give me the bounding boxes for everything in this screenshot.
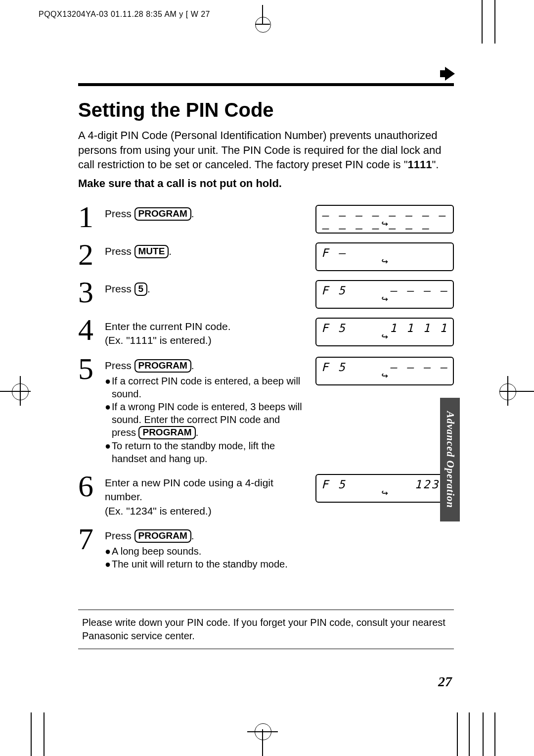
continue-arrow-icon: [445, 67, 455, 81]
step-text: Press: [105, 530, 134, 541]
program-key: PROGRAM: [134, 359, 191, 373]
step-body: Press PROGRAM. ●A long beep sounds. ●The…: [105, 527, 454, 570]
step-number: 5: [78, 357, 105, 381]
lcd-right: – – – –: [390, 284, 448, 297]
program-key: PROGRAM: [134, 207, 191, 221]
step-number: 1: [78, 205, 105, 230]
crop-mark-bottom: [247, 731, 278, 732]
crop-mark-top: [262, 5, 263, 25]
page-title: Setting the PIN Code: [78, 99, 454, 121]
step-body: Press PROGRAM.: [105, 205, 311, 221]
crop-bar: [31, 712, 32, 756]
lcd-cursor-icon: [381, 217, 388, 230]
intro-text-pre: A 4-digit PIN Code (Personal Identificat…: [78, 129, 442, 171]
bullet-icon: ●: [105, 375, 112, 400]
lcd-display: F 5 1234: [315, 474, 454, 503]
step-row: 3 Press 5. F 5 – – – –: [78, 280, 454, 309]
step-row: 5 Press PROGRAM. ●If a correct PIN code …: [78, 357, 454, 465]
lcd-cursor-icon: [381, 486, 388, 499]
step-row: 2 Press MUTE. F –: [78, 242, 454, 271]
bullet-icon: ●: [105, 545, 112, 558]
step-number: 7: [78, 527, 105, 552]
step-row: 1 Press PROGRAM. – – – – – – – – – – – –…: [78, 205, 454, 234]
lcd-cursor-icon: [381, 292, 388, 305]
step-text: (Ex. "1111" is entered.): [105, 333, 306, 347]
lcd-display: F 5 – – – –: [315, 357, 454, 385]
crop-mark-right: [507, 376, 508, 406]
steps-list: 1 Press PROGRAM. – – – – – – – – – – – –…: [78, 205, 454, 570]
crop-mark-left: [20, 376, 21, 406]
step-text: Enter a new PIN code using a 4-digit num…: [105, 476, 306, 504]
step-text: .: [147, 283, 150, 294]
lcd-display: F –: [315, 242, 454, 271]
bullet-text: If a correct PIN code is entered, a beep…: [112, 375, 306, 400]
bullet-icon: ●: [105, 400, 112, 439]
page-number: 27: [438, 674, 452, 690]
lcd-left: F 5: [321, 284, 347, 297]
step-row: 4 Enter the current PIN code. (Ex. "1111…: [78, 318, 454, 348]
note-box: Please write down your PIN code. If you …: [78, 610, 454, 649]
step-body: Press MUTE.: [105, 242, 311, 258]
step-text: Press: [105, 283, 134, 294]
crop-bar: [44, 712, 44, 756]
lcd-cursor-icon: [381, 369, 388, 381]
step-number: 4: [78, 318, 105, 342]
bullet-text: If a wrong PIN code is entered, 3 beeps …: [112, 400, 306, 439]
step-body: Enter the current PIN code. (Ex. "1111" …: [105, 318, 311, 348]
step-text: Press: [105, 245, 134, 257]
lcd-left: F 5: [321, 322, 347, 334]
step-text: .: [191, 530, 194, 541]
print-header: PQQX13204YA-03 01.11.28 8:35 AM y [ W 27: [39, 10, 210, 19]
lcd-left: F 5: [321, 478, 347, 491]
step-body: Press PROGRAM. ●If a correct PIN code is…: [105, 357, 311, 465]
intro-text-post: ".: [432, 158, 439, 171]
step-number: 3: [78, 280, 105, 305]
step-row: 7 Press PROGRAM. ●A long beep sounds. ●T…: [78, 527, 454, 570]
lcd-cursor-icon: [381, 255, 388, 267]
title-rule: [78, 83, 454, 86]
bullet-text: The unit will return to the standby mode…: [112, 558, 288, 570]
crop-bar: [483, 712, 495, 756]
crop-bar: [494, 0, 495, 44]
step-number: 6: [78, 474, 105, 499]
step-number: 2: [78, 242, 105, 267]
section-tab: Advanced Operation: [440, 398, 460, 521]
bullet-text: A long beep sounds.: [112, 545, 201, 558]
lcd-display: – – – – – – – – – – – – – – –: [315, 205, 454, 234]
step-body: Press 5.: [105, 280, 311, 296]
five-key: 5: [134, 283, 148, 296]
program-key: PROGRAM: [134, 529, 191, 543]
program-key: PROGRAM: [138, 426, 195, 439]
step-text: Press: [105, 208, 134, 219]
lcd-right: 1 1 1 1: [390, 322, 448, 334]
lcd-display: F 5 1 1 1 1: [315, 318, 454, 346]
bullet-icon: ●: [105, 558, 112, 570]
step-text: Enter the current PIN code.: [105, 320, 306, 333]
step-text: (Ex. "1234" is entered.): [105, 504, 306, 518]
step-text: .: [169, 245, 172, 257]
precondition-note: Make sure that a call is not put on hold…: [78, 177, 454, 190]
step-text: .: [191, 360, 194, 371]
bullet-icon: ●: [105, 439, 112, 465]
mute-key: MUTE: [134, 245, 169, 258]
step-row: 6 Enter a new PIN code using a 4-digit n…: [78, 474, 454, 518]
step-body: Enter a new PIN code using a 4-digit num…: [105, 474, 311, 518]
lcd-right: – – – –: [390, 361, 448, 374]
intro-pin-default: 1111: [408, 158, 432, 171]
lcd-display: F 5 – – – –: [315, 280, 454, 309]
intro-paragraph: A 4-digit PIN Code (Personal Identificat…: [78, 128, 454, 172]
lcd-left: F 5: [321, 361, 347, 374]
step-text: .: [191, 208, 194, 219]
crop-bar: [482, 0, 483, 44]
step-text: Press: [105, 360, 134, 371]
crop-bar: [457, 712, 470, 756]
bullet-text: To return to the standby mode, lift the …: [112, 439, 306, 465]
lcd-left: F –: [321, 246, 347, 259]
lcd-cursor-icon: [381, 330, 388, 342]
